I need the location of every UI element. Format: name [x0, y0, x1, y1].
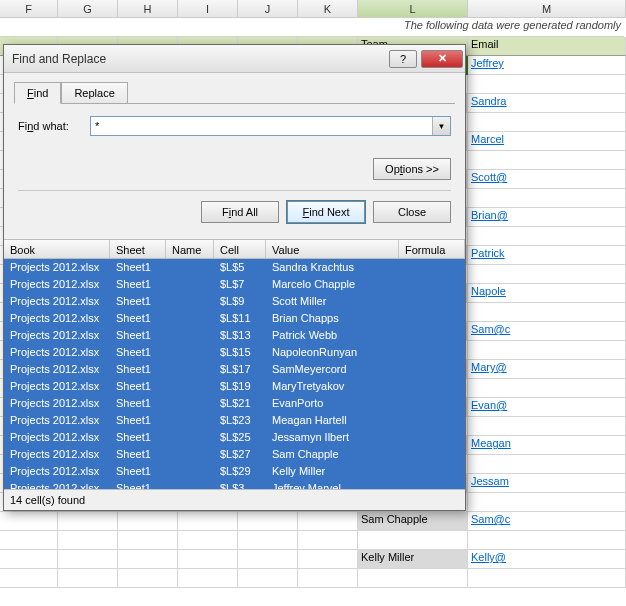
cell-team[interactable]: Sam Chapple [358, 512, 468, 531]
email-link[interactable]: Jeffrey [471, 57, 504, 69]
window-close-button[interactable]: ✕ [421, 50, 463, 68]
cell-empty[interactable] [468, 455, 626, 474]
cell-empty[interactable] [118, 569, 178, 588]
cell-empty[interactable] [0, 569, 58, 588]
cell-empty[interactable] [178, 569, 238, 588]
cell-email[interactable]: Sandra [468, 94, 626, 113]
cell-empty[interactable] [468, 265, 626, 284]
email-link[interactable]: Evan@ [471, 399, 507, 411]
cell-empty[interactable] [58, 550, 118, 569]
column-header-k[interactable]: K [298, 0, 358, 17]
cell-email[interactable]: Patrick [468, 246, 626, 265]
cell-empty[interactable] [358, 531, 468, 550]
email-link[interactable]: Meagan [471, 437, 511, 449]
cell-empty[interactable] [118, 512, 178, 531]
email-link[interactable]: Patrick [471, 247, 505, 259]
cell-empty[interactable] [468, 113, 626, 132]
cell-empty[interactable] [468, 417, 626, 436]
email-link[interactable]: Sandra [471, 95, 506, 107]
cell-email[interactable]: Meagan [468, 436, 626, 455]
help-button[interactable]: ? [389, 50, 417, 68]
cell-empty[interactable] [468, 341, 626, 360]
result-row[interactable]: Projects 2012.xlsxSheet1$L$5Sandra Krach… [4, 259, 465, 276]
result-row[interactable]: Projects 2012.xlsxSheet1$L$19MaryTretyak… [4, 378, 465, 395]
find-what-input[interactable] [91, 117, 432, 135]
tab-replace[interactable]: Replace [61, 82, 127, 104]
result-row[interactable]: Projects 2012.xlsxSheet1$L$9Scott Miller [4, 293, 465, 310]
cell-empty[interactable] [238, 531, 298, 550]
cell-email[interactable]: Sam@c [468, 512, 626, 531]
find-what-dropdown[interactable]: ▼ [432, 117, 450, 135]
cell-empty[interactable] [468, 493, 626, 512]
cell-empty[interactable] [178, 550, 238, 569]
cell-email[interactable]: Evan@ [468, 398, 626, 417]
column-header-j[interactable]: J [238, 0, 298, 17]
result-row[interactable]: Projects 2012.xlsxSheet1$L$11Brian Chapp… [4, 310, 465, 327]
column-header-m[interactable]: M [468, 0, 626, 17]
col-cell[interactable]: Cell [214, 240, 266, 258]
cell-empty[interactable] [298, 569, 358, 588]
cell-empty[interactable] [58, 569, 118, 588]
email-link[interactable]: Sam@c [471, 513, 510, 525]
column-header-f[interactable]: F [0, 0, 58, 17]
cell-empty[interactable] [0, 512, 58, 531]
col-name[interactable]: Name [166, 240, 214, 258]
cell-empty[interactable] [0, 550, 58, 569]
cell-empty[interactable] [468, 303, 626, 322]
column-header-h[interactable]: H [118, 0, 178, 17]
cell-empty[interactable] [468, 227, 626, 246]
cell-empty[interactable] [468, 531, 626, 550]
col-value[interactable]: Value [266, 240, 399, 258]
options-button[interactable]: Options >> [373, 158, 451, 180]
result-row[interactable]: Projects 2012.xlsxSheet1$L$7Marcelo Chap… [4, 276, 465, 293]
find-all-button[interactable]: Find All [201, 201, 279, 223]
find-next-button[interactable]: Find Next [287, 201, 365, 223]
cell-email[interactable]: Brian@ [468, 208, 626, 227]
col-formula[interactable]: Formula [399, 240, 465, 258]
cell-empty[interactable] [58, 531, 118, 550]
cell-empty[interactable] [358, 569, 468, 588]
result-row[interactable]: Projects 2012.xlsxSheet1$L$29Kelly Mille… [4, 463, 465, 480]
cell-empty[interactable] [468, 151, 626, 170]
cell-empty[interactable] [118, 531, 178, 550]
cell-email[interactable]: Mary@ [468, 360, 626, 379]
cell-empty[interactable] [298, 531, 358, 550]
result-row[interactable]: Projects 2012.xlsxSheet1$L$21EvanPorto [4, 395, 465, 412]
cell-empty[interactable] [468, 379, 626, 398]
cell-empty[interactable] [468, 189, 626, 208]
tab-find[interactable]: Find [14, 82, 61, 104]
cell-empty[interactable] [298, 512, 358, 531]
email-link[interactable]: Brian@ [471, 209, 508, 221]
cell-email[interactable]: Napole [468, 284, 626, 303]
result-row[interactable]: Projects 2012.xlsxSheet1$L$13Patrick Web… [4, 327, 465, 344]
results-list[interactable]: Projects 2012.xlsxSheet1$L$5Sandra Krach… [4, 259, 465, 489]
column-header-l[interactable]: L [358, 0, 468, 17]
cell-empty[interactable] [468, 569, 626, 588]
find-what-combo[interactable]: ▼ [90, 116, 451, 136]
cell-email[interactable]: Jessam [468, 474, 626, 493]
col-book[interactable]: Book [4, 240, 110, 258]
cell-email[interactable]: Scott@ [468, 170, 626, 189]
cell-empty[interactable] [0, 531, 58, 550]
cell-empty[interactable] [238, 550, 298, 569]
close-button[interactable]: Close [373, 201, 451, 223]
result-row[interactable]: Projects 2012.xlsxSheet1$L$25Jessamyn Il… [4, 429, 465, 446]
cell-email[interactable]: Kelly@ [468, 550, 626, 569]
cell-email[interactable]: Sam@c [468, 322, 626, 341]
cell-email[interactable]: Marcel [468, 132, 626, 151]
results-header[interactable]: Book Sheet Name Cell Value Formula [4, 239, 465, 259]
col-sheet[interactable]: Sheet [110, 240, 166, 258]
cell-empty[interactable] [298, 550, 358, 569]
header-cell[interactable]: Email [468, 37, 626, 56]
cell-empty[interactable] [468, 75, 626, 94]
email-link[interactable]: Kelly@ [471, 551, 506, 563]
cell-empty[interactable] [118, 550, 178, 569]
result-row[interactable]: Projects 2012.xlsxSheet1$L$17SamMeyercor… [4, 361, 465, 378]
cell-empty[interactable] [238, 512, 298, 531]
cell-empty[interactable] [238, 569, 298, 588]
email-link[interactable]: Jessam [471, 475, 509, 487]
email-link[interactable]: Marcel [471, 133, 504, 145]
cell-empty[interactable] [178, 531, 238, 550]
column-header-i[interactable]: I [178, 0, 238, 17]
dialog-titlebar[interactable]: Find and Replace ? ✕ [4, 45, 465, 73]
